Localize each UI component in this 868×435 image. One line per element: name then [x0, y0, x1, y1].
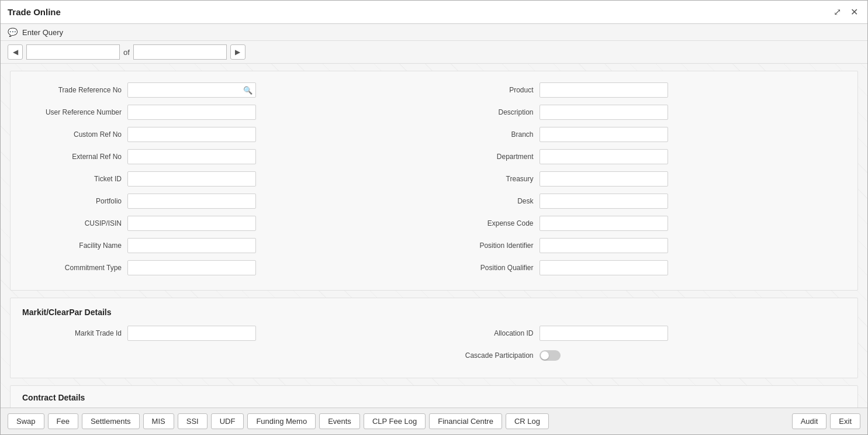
expand-button[interactable]: ⤢ — [831, 5, 843, 19]
desk-label: Desk — [434, 197, 540, 205]
position-qualifier-input[interactable] — [540, 260, 668, 275]
expense-code-input[interactable] — [540, 216, 668, 231]
form-grid: Trade Reference No 🔍 User Reference Numb… — [22, 81, 846, 281]
mis-button[interactable]: MIS — [143, 413, 174, 429]
commitment-type-input[interactable] — [127, 260, 256, 275]
custom-ref-input[interactable] — [127, 127, 256, 142]
nav-bar: ◀ of ▶ — [1, 41, 867, 64]
external-ref-label: External Ref No — [22, 153, 127, 161]
title-bar-controls: ⤢ ✕ — [831, 5, 860, 19]
fee-button[interactable]: Fee — [48, 413, 78, 429]
external-ref-input[interactable] — [127, 149, 256, 164]
funding-memo-button[interactable]: Funding Memo — [247, 413, 316, 429]
udf-button[interactable]: UDF — [211, 413, 244, 429]
allocation-id-row: Allocation ID — [434, 324, 846, 343]
nav-of-label: of — [123, 48, 130, 57]
branch-row: Branch — [434, 125, 846, 144]
ssi-button[interactable]: SSI — [178, 413, 208, 429]
description-label: Description — [434, 108, 540, 116]
financial-centre-button[interactable]: Financial Centre — [429, 413, 502, 429]
custom-ref-label: Custom Ref No — [22, 130, 127, 139]
contract-section: Contract Details — [10, 385, 858, 408]
position-identifier-input[interactable] — [540, 238, 668, 253]
branch-input[interactable] — [540, 127, 668, 142]
position-qualifier-label: Position Qualifier — [434, 264, 540, 272]
product-label: Product — [434, 86, 540, 94]
department-label: Department — [434, 153, 540, 161]
markit-trade-id-input[interactable] — [127, 326, 256, 341]
portfolio-row: Portfolio — [22, 192, 434, 210]
desk-row: Desk — [434, 192, 846, 210]
product-input[interactable] — [540, 82, 668, 98]
department-input[interactable] — [540, 149, 668, 164]
facility-name-label: Facility Name — [22, 241, 127, 250]
ticket-id-label: Ticket ID — [22, 175, 127, 183]
ticket-id-row: Ticket ID — [22, 170, 434, 188]
nav-total-input[interactable] — [133, 44, 227, 60]
trade-online-window: Trade Online ⤢ ✕ 💬 Enter Query ◀ of ▶ Tr… — [0, 0, 868, 435]
cusip-isin-label: CUSIP/ISIN — [22, 219, 127, 227]
trade-reference-input[interactable] — [127, 82, 256, 98]
ticket-id-input[interactable] — [127, 171, 256, 187]
query-icon: 💬 — [8, 27, 18, 37]
commitment-type-row: Commitment Type — [22, 258, 434, 277]
cusip-isin-row: CUSIP/ISIN — [22, 214, 434, 233]
position-identifier-row: Position Identifier — [434, 236, 846, 255]
markit-left-col: Markit Trade Id — [22, 324, 434, 368]
nav-current-input[interactable] — [26, 44, 120, 60]
form-right-col: Product Description Branch — [434, 81, 846, 281]
toolbar: 💬 Enter Query — [1, 24, 867, 41]
treasury-input[interactable] — [540, 171, 668, 187]
markit-trade-id-label: Markit Trade Id — [22, 329, 127, 337]
prev-button[interactable]: ◀ — [8, 44, 23, 60]
form-left-col: Trade Reference No 🔍 User Reference Numb… — [22, 81, 434, 281]
main-content: Trade Reference No 🔍 User Reference Numb… — [1, 64, 867, 408]
allocation-id-label: Allocation ID — [434, 329, 540, 337]
swap-button[interactable]: Swap — [8, 413, 44, 429]
markit-section: Markit/ClearPar Details Markit Trade Id … — [10, 298, 858, 378]
settlements-button[interactable]: Settlements — [82, 413, 140, 429]
cr-log-button[interactable]: CR Log — [506, 413, 549, 429]
markit-section-title: Markit/ClearPar Details — [22, 308, 846, 317]
allocation-id-input[interactable] — [540, 326, 668, 341]
position-qualifier-row: Position Qualifier — [434, 258, 846, 277]
expense-code-row: Expense Code — [434, 214, 846, 233]
trade-reference-row: Trade Reference No 🔍 — [22, 81, 434, 99]
department-row: Department — [434, 147, 846, 166]
trade-reference-input-wrapper: 🔍 — [127, 82, 256, 98]
facility-name-input[interactable] — [127, 238, 256, 253]
markit-right-col: Allocation ID Cascade Participation — [434, 324, 846, 368]
bottom-buttons-right: Audit Exit — [792, 413, 860, 429]
user-reference-label: User Reference Number — [22, 108, 127, 116]
desk-input[interactable] — [540, 194, 668, 209]
position-identifier-label: Position Identifier — [434, 241, 540, 250]
description-input[interactable] — [540, 105, 668, 120]
custom-ref-row: Custom Ref No — [22, 125, 434, 144]
bottom-bar: Swap Fee Settlements MIS SSI UDF Funding… — [1, 408, 867, 434]
cascade-participation-row: Cascade Participation — [434, 346, 846, 365]
treasury-label: Treasury — [434, 175, 540, 183]
facility-name-row: Facility Name — [22, 236, 434, 255]
cascade-participation-toggle[interactable] — [540, 350, 561, 361]
exit-button[interactable]: Exit — [830, 413, 860, 429]
cascade-participation-toggle-container — [540, 350, 561, 361]
toggle-knob — [541, 351, 549, 360]
external-ref-row: External Ref No — [22, 147, 434, 166]
close-button[interactable]: ✕ — [848, 5, 860, 19]
product-row: Product — [434, 81, 846, 99]
events-button[interactable]: Events — [319, 413, 360, 429]
main-form-section: Trade Reference No 🔍 User Reference Numb… — [10, 71, 858, 291]
portfolio-input[interactable] — [127, 194, 256, 209]
clp-fee-log-button[interactable]: CLP Fee Log — [364, 413, 426, 429]
audit-button[interactable]: Audit — [792, 413, 827, 429]
window-title: Trade Online — [8, 7, 61, 17]
next-button[interactable]: ▶ — [230, 44, 245, 60]
user-reference-input[interactable] — [127, 105, 256, 120]
expense-code-label: Expense Code — [434, 219, 540, 227]
description-row: Description — [434, 103, 846, 122]
commitment-type-label: Commitment Type — [22, 264, 127, 272]
branch-label: Branch — [434, 130, 540, 139]
cusip-isin-input[interactable] — [127, 216, 256, 231]
trade-reference-label: Trade Reference No — [22, 86, 127, 94]
markit-form-grid: Markit Trade Id Allocation ID Cascade Pa… — [22, 324, 846, 368]
